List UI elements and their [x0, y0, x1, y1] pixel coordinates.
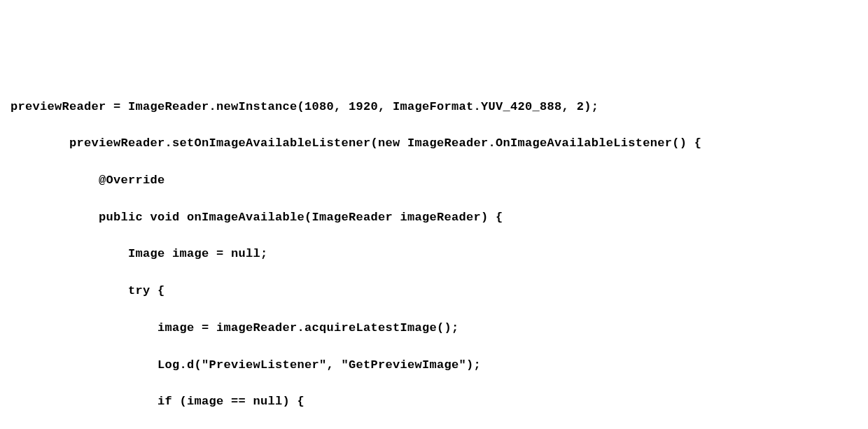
code-line: Image image = null; [10, 245, 858, 263]
code-line: @Override [10, 171, 858, 190]
code-line: previewReader.setOnImageAvailableListene… [10, 134, 858, 153]
code-line: try { [10, 282, 858, 300]
code-block: previewReader = ImageReader.newInstance(… [10, 79, 858, 429]
code-line: public void onImageAvailable(ImageReader… [10, 209, 858, 227]
code-line: Log.d("PreviewListener", "GetPreviewImag… [10, 356, 858, 374]
code-line: if (image == null) { [10, 393, 858, 411]
code-line: image = imageReader.acquireLatestImage()… [10, 319, 858, 337]
code-line: previewReader = ImageReader.newInstance(… [10, 98, 858, 116]
